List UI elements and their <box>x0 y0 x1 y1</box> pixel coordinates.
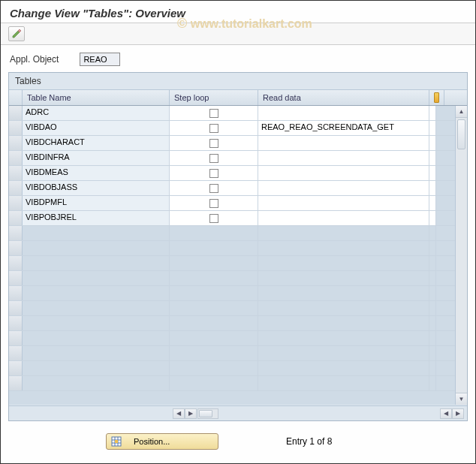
svg-rect-5 <box>115 440 118 443</box>
cell-step-loop[interactable] <box>170 166 258 180</box>
cell-end <box>429 226 436 240</box>
edit-toggle-button[interactable] <box>8 26 25 41</box>
hscroll-step[interactable]: ◀ ▶ <box>173 408 219 419</box>
position-button[interactable]: Position... <box>106 433 218 450</box>
step-loop-checkbox[interactable] <box>209 109 218 118</box>
cell-end <box>429 106 436 120</box>
cell-step-loop <box>170 361 258 375</box>
step-loop-checkbox[interactable] <box>209 139 218 148</box>
cell-table-name <box>23 331 170 345</box>
cell-step-loop[interactable] <box>170 106 258 120</box>
table-row: VIBDPMFL <box>9 196 467 211</box>
cell-read-data[interactable] <box>258 181 429 195</box>
cell-read-data <box>258 316 429 330</box>
row-selector[interactable] <box>9 271 23 285</box>
position-label: Position... <box>134 437 170 446</box>
cell-read-data[interactable]: REAO_REAO_SCREENDATA_GET <box>258 121 429 135</box>
vertical-scrollbar[interactable]: ▲ ▼ <box>455 106 467 405</box>
row-selector[interactable] <box>9 316 23 330</box>
cell-table-name[interactable]: VIBDPMFL <box>23 196 170 210</box>
row-selector[interactable] <box>9 196 23 210</box>
cell-read-data[interactable] <box>258 196 429 210</box>
row-selector[interactable] <box>9 376 23 390</box>
cell-table-name <box>23 361 170 375</box>
table-row <box>9 271 467 286</box>
row-selector[interactable] <box>9 151 23 165</box>
cell-read-data <box>258 361 429 375</box>
hscroll-track[interactable] <box>197 408 218 419</box>
configure-columns-button[interactable] <box>429 90 444 105</box>
row-selector[interactable] <box>9 241 23 255</box>
cell-step-loop[interactable] <box>170 121 258 135</box>
scroll-track[interactable] <box>456 118 467 393</box>
row-selector[interactable] <box>9 346 23 360</box>
row-selector[interactable] <box>9 181 23 195</box>
cell-table-name[interactable]: VIBDMEAS <box>23 166 170 180</box>
cell-table-name <box>23 256 170 270</box>
row-selector[interactable] <box>9 226 23 240</box>
row-selector[interactable] <box>9 286 23 300</box>
cell-step-loop <box>170 346 258 360</box>
hscroll-left-button[interactable]: ◀ <box>173 408 185 419</box>
step-loop-checkbox[interactable] <box>209 124 218 133</box>
cell-table-name[interactable]: VIBPOBJREL <box>23 211 170 225</box>
step-loop-checkbox[interactable] <box>209 199 218 208</box>
cell-table-name[interactable]: VIBDINFRA <box>23 151 170 165</box>
step-loop-checkbox[interactable] <box>209 214 218 223</box>
scroll-thumb[interactable] <box>457 119 465 149</box>
appl-object-input[interactable] <box>80 53 120 66</box>
row-selector[interactable] <box>9 136 23 150</box>
row-selector[interactable] <box>9 301 23 315</box>
row-selector[interactable] <box>9 361 23 375</box>
hscroll-read[interactable]: ◀ ▶ <box>440 408 464 419</box>
cell-step-loop[interactable] <box>170 196 258 210</box>
table-row <box>9 286 467 301</box>
step-loop-checkbox[interactable] <box>209 154 218 163</box>
cell-step-loop[interactable] <box>170 211 258 225</box>
scroll-up-button[interactable]: ▲ <box>456 106 467 118</box>
cell-table-name[interactable]: VIBDCHARACT <box>23 136 170 150</box>
scroll-down-button[interactable]: ▼ <box>456 393 467 405</box>
row-selector[interactable] <box>9 121 23 135</box>
table-row <box>9 241 467 256</box>
appl-object-label: Appl. Object <box>10 54 59 65</box>
cell-table-name[interactable]: ADRC <box>23 106 170 120</box>
selector-header[interactable] <box>9 90 23 105</box>
toolbar <box>1 23 475 45</box>
col-header-step[interactable]: Step loop <box>170 90 258 105</box>
hscroll2-right-button[interactable]: ▶ <box>452 408 464 419</box>
grid-position-icon <box>111 436 122 447</box>
cell-read-data[interactable] <box>258 106 429 120</box>
row-selector[interactable] <box>9 211 23 225</box>
hscroll-thumb[interactable] <box>199 410 212 417</box>
col-header-read[interactable]: Read data <box>258 90 429 105</box>
row-selector[interactable] <box>9 106 23 120</box>
cell-end <box>429 301 436 315</box>
cell-table-name <box>23 346 170 360</box>
horizontal-scrollbar-row: ◀ ▶ ◀ ▶ <box>9 405 467 420</box>
cell-read-data <box>258 301 429 315</box>
row-selector[interactable] <box>9 166 23 180</box>
cell-step-loop <box>170 286 258 300</box>
cell-step-loop[interactable] <box>170 151 258 165</box>
step-loop-checkbox[interactable] <box>209 184 218 193</box>
table-row <box>9 316 467 331</box>
cell-read-data[interactable] <box>258 136 429 150</box>
hscroll-right-button[interactable]: ▶ <box>185 408 197 419</box>
cell-table-name[interactable]: VIBDOBJASS <box>23 181 170 195</box>
hscroll2-left-button[interactable]: ◀ <box>440 408 452 419</box>
table-row: VIBDOBJASS <box>9 181 467 196</box>
step-loop-checkbox[interactable] <box>209 169 218 178</box>
row-selector[interactable] <box>9 331 23 345</box>
cell-step-loop[interactable] <box>170 181 258 195</box>
cell-read-data[interactable] <box>258 151 429 165</box>
cell-table-name <box>23 271 170 285</box>
cell-step-loop[interactable] <box>170 136 258 150</box>
cell-read-data[interactable] <box>258 166 429 180</box>
row-selector[interactable] <box>9 256 23 270</box>
cell-read-data[interactable] <box>258 211 429 225</box>
cell-read-data <box>258 331 429 345</box>
col-header-name[interactable]: Table Name <box>23 90 170 105</box>
cell-step-loop <box>170 376 258 390</box>
cell-table-name[interactable]: VIBDAO <box>23 121 170 135</box>
